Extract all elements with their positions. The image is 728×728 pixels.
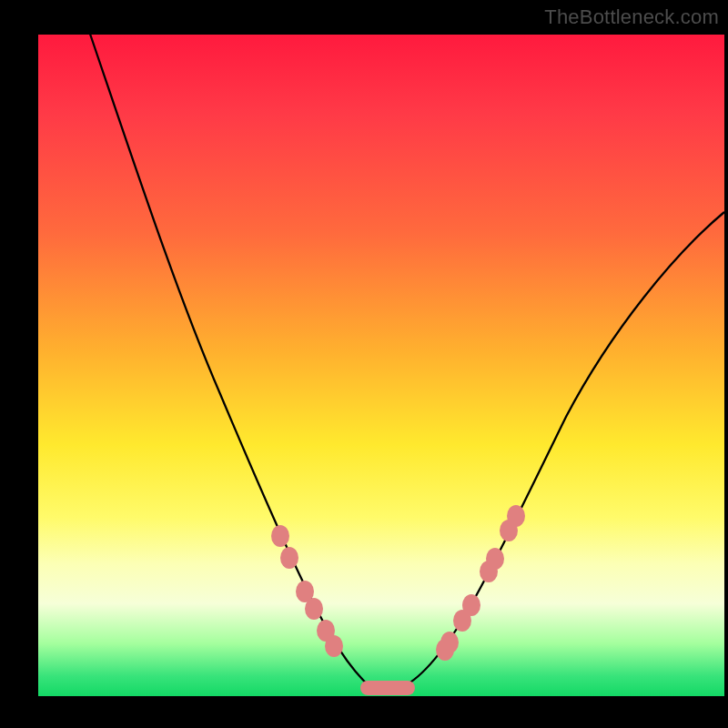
chart-frame: TheBottleneck.com (0, 0, 728, 728)
marker-dot (462, 594, 480, 616)
marker-dot (280, 547, 298, 569)
watermark-text: TheBottleneck.com (544, 5, 719, 29)
marker-dot (440, 632, 459, 653)
marker-dot (305, 598, 323, 620)
marker-dot (507, 505, 525, 527)
bottleneck-curve (81, 7, 724, 690)
curve-layer (38, 35, 724, 696)
marker-dot (325, 635, 343, 657)
valley-marker (360, 681, 415, 695)
plot-area (38, 35, 724, 696)
marker-dot (271, 525, 289, 547)
marker-dot (486, 548, 504, 570)
